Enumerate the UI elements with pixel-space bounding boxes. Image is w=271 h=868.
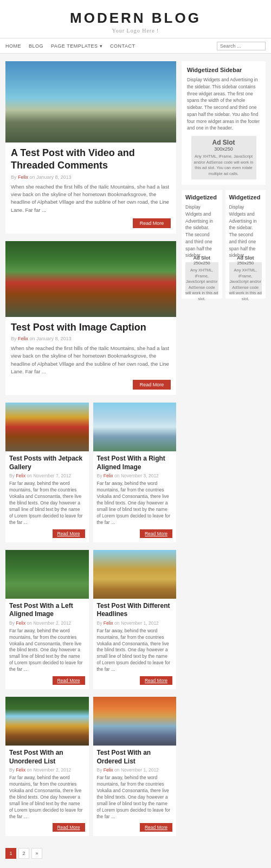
post-1-author[interactable]: Felix	[18, 174, 28, 180]
sidebar-widget-text: Display Widgets and Advertising in the s…	[187, 76, 260, 132]
post-6-excerpt: Far far away, behind the word mountains,…	[97, 628, 173, 673]
post-8-read-more[interactable]: Read More	[140, 823, 172, 832]
post-6-title[interactable]: Test Post With Different Headlines	[97, 602, 173, 619]
ad-large-title: Ad Slot	[212, 139, 235, 146]
post-7-title[interactable]: Test Post With an Unordered List	[9, 749, 85, 766]
sidebar-widget-right-title: Widgetized	[229, 194, 262, 200]
post-8: Test Post With an Ordered List By Felix …	[93, 697, 177, 836]
site-tagline: Your Logo Here !	[0, 28, 271, 34]
post-4-excerpt: Far far away, behind the word mountains,…	[97, 481, 173, 526]
post-3-author[interactable]: Felix	[16, 473, 25, 478]
post-5: Test Post With a Left Aligned Image By F…	[5, 550, 89, 689]
site-title: MODERN BLOG	[0, 10, 271, 27]
post-3-title[interactable]: Test Posts with Jetpack Gallery	[9, 455, 85, 471]
sidebar-ad-large: Ad Slot 300x250 Any XHTML, iFrame, JavaS…	[191, 136, 256, 179]
post-7-read-more[interactable]: Read More	[53, 823, 85, 832]
post-4: Test Post With a Right Aligned Image By …	[93, 403, 177, 542]
ad-large-text: Any XHTML, iFrame, JavaScript and/or AdS…	[191, 154, 256, 177]
post-5-author[interactable]: Felix	[16, 620, 25, 626]
post-8-meta: By Felix on November 1, 2012	[97, 767, 173, 773]
post-7-body: Test Post With an Unordered List By Feli…	[5, 746, 89, 836]
post-1: A Test Post with Video and Threaded Comm…	[5, 61, 176, 234]
post-5-body: Test Post With a Left Aligned Image By F…	[5, 599, 89, 689]
post-7-image	[5, 697, 89, 746]
sidebar-widget-left-title: Widgetized	[185, 194, 218, 200]
nav-blog[interactable]: BLOG	[29, 43, 43, 49]
post-6-meta: By Felix on November 1, 2012	[97, 620, 173, 626]
post-3: Test Posts with Jetpack Gallery By Felix…	[5, 403, 89, 542]
nav-home[interactable]: HOME	[5, 43, 21, 49]
post-2-excerpt: When she reached the first hills of the …	[11, 345, 171, 375]
post-3-image	[5, 403, 89, 451]
post-3-excerpt: Far far away, behind the word mountains,…	[9, 481, 85, 526]
post-7-meta: By Felix on November 2, 2012	[9, 767, 85, 773]
page-2-btn[interactable]: 2	[18, 848, 29, 859]
post-1-read-more[interactable]: Read More	[133, 218, 171, 228]
post-2-author[interactable]: Felix	[18, 336, 28, 341]
search-input[interactable]	[217, 42, 266, 50]
nav-page-templates[interactable]: PAGE TEMPLATES ▾	[51, 43, 102, 49]
sidebar-ad-small-left: Ad Slot 250x250 Any XHTML, iFrame, JavaS…	[185, 262, 218, 295]
ad-small-left-size: 250x250	[193, 261, 210, 265]
post-1-body: A Test Post with Video and Threaded Comm…	[5, 142, 176, 234]
sidebar: Widgetized Sidebar Display Widgets and A…	[182, 61, 266, 863]
post-5-read-more[interactable]: Read More	[53, 676, 85, 685]
post-5-meta: By Felix on November 2, 2012	[9, 620, 85, 626]
post-6-body: Test Post With Different Headlines By Fe…	[93, 599, 177, 689]
post-4-read-more[interactable]: Read More	[140, 529, 172, 538]
post-1-title[interactable]: A Test Post with Video and Threaded Comm…	[11, 147, 171, 172]
post-5-title[interactable]: Test Post With a Left Aligned Image	[9, 602, 85, 619]
post-4-image	[93, 403, 177, 451]
ad-small-right-text: Any XHTML, iFrame, JavaScript and/or AdS…	[229, 268, 262, 302]
content-wrapper: A Test Post with Video and Threaded Comm…	[0, 54, 271, 868]
post-2-title[interactable]: Test Post with Image Caption	[11, 321, 171, 334]
ad-small-right-size: 250x250	[237, 261, 254, 265]
post-8-image	[93, 697, 177, 746]
post-7: Test Post With an Unordered List By Feli…	[5, 697, 89, 836]
post-2-image	[5, 241, 176, 317]
post-8-title[interactable]: Test Post With an Ordered List	[97, 749, 173, 766]
page-next-btn[interactable]: »	[31, 848, 42, 859]
post-2-read-more[interactable]: Read More	[133, 380, 171, 390]
page-1-btn[interactable]: 1	[5, 848, 16, 859]
post-5-image	[5, 550, 89, 599]
post-4-meta: By Felix on November 3, 2012	[97, 473, 173, 478]
post-8-author[interactable]: Felix	[104, 767, 113, 773]
posts-grid-row-2: Test Post With a Left Aligned Image By F…	[5, 550, 176, 689]
ad-small-left-text: Any XHTML, iFrame, JavaScript and/or AdS…	[185, 268, 218, 302]
post-1-image	[5, 61, 176, 142]
post-1-meta: By Felix on January 8, 2013	[11, 174, 171, 180]
post-3-read-more[interactable]: Read More	[53, 529, 85, 538]
pagination: 1 2 »	[5, 844, 176, 863]
sidebar-widget-right: Widgetized Display Widgets and Advertisi…	[225, 190, 266, 299]
nav-search-container	[217, 42, 266, 50]
post-7-excerpt: Far far away, behind the word mountains,…	[9, 775, 85, 820]
sidebar-widget-main: Widgetized Sidebar Display Widgets and A…	[182, 61, 266, 185]
sidebar-ad-small-right: Ad Slot 250x250 Any XHTML, iFrame, JavaS…	[229, 262, 262, 295]
nav-contact[interactable]: CONTACT	[110, 43, 135, 49]
post-4-title[interactable]: Test Post With a Right Aligned Image	[97, 455, 173, 471]
post-3-body: Test Posts with Jetpack Gallery By Felix…	[5, 451, 89, 542]
post-6-read-more[interactable]: Read More	[140, 676, 172, 685]
sidebar-widget-left-text: Display Widgets and Advertising in the s…	[185, 204, 218, 259]
post-2-meta: By Felix on January 8, 2013	[11, 336, 171, 341]
main-content: A Test Post with Video and Threaded Comm…	[5, 61, 182, 863]
post-7-author[interactable]: Felix	[16, 767, 25, 773]
post-8-excerpt: Far far away, behind the word mountains,…	[97, 775, 173, 820]
sidebar-widgets-row: Widgetized Display Widgets and Advertisi…	[182, 190, 266, 304]
post-8-body: Test Post With an Ordered List By Felix …	[93, 746, 177, 836]
post-3-meta: By Felix on November 7, 2012	[9, 473, 85, 478]
sidebar-widget-left: Widgetized Display Widgets and Advertisi…	[182, 190, 222, 299]
ad-small-right-title: Ad Slot	[237, 255, 254, 261]
ad-small-left-title: Ad Slot	[193, 255, 211, 261]
post-5-excerpt: Far far away, behind the word mountains,…	[9, 628, 85, 673]
post-6-author[interactable]: Felix	[104, 620, 113, 626]
main-nav: HOME BLOG PAGE TEMPLATES ▾ CONTACT	[0, 38, 271, 54]
post-6: Test Post With Different Headlines By Fe…	[93, 550, 177, 689]
posts-grid-row-1: Test Posts with Jetpack Gallery By Felix…	[5, 403, 176, 542]
ad-large-size: 300x250	[214, 146, 233, 152]
post-1-excerpt: When she reached the first hills of the …	[11, 183, 171, 214]
post-2: Test Post with Image Caption By Felix on…	[5, 241, 176, 395]
sidebar-widget-title: Widgetized Sidebar	[187, 67, 260, 73]
post-4-author[interactable]: Felix	[104, 473, 113, 478]
